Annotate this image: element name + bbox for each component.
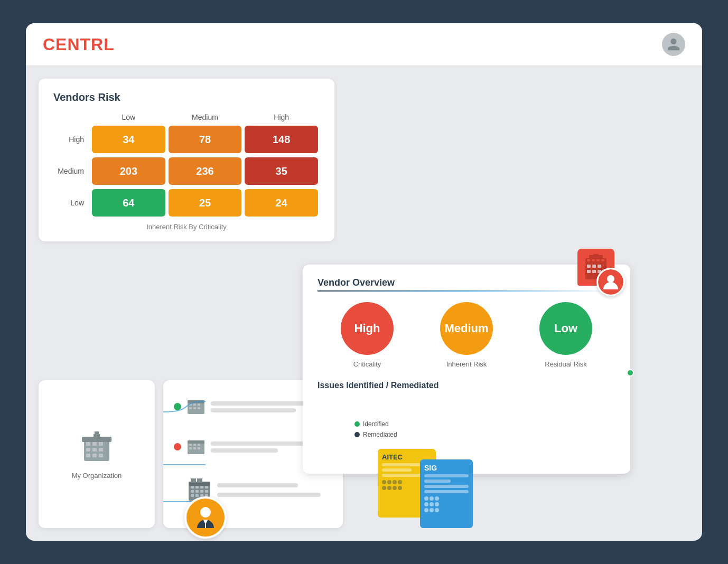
vendor-overview-card: Vendor Overview High Criticality Medium … bbox=[303, 265, 630, 474]
cell-low-low: 64 bbox=[92, 189, 165, 217]
table-row: High 34 78 148 bbox=[53, 126, 320, 153]
aitec-dot bbox=[387, 486, 391, 490]
svg-rect-56 bbox=[205, 490, 208, 493]
sig-card: SIG bbox=[420, 459, 473, 528]
info-line bbox=[211, 441, 308, 446]
table-row: Medium 203 236 35 bbox=[53, 157, 320, 185]
sig-dot bbox=[424, 502, 428, 506]
cell-med-medium: 236 bbox=[169, 157, 242, 185]
status-dot-green bbox=[174, 403, 181, 410]
cell-high-medium: 78 bbox=[169, 126, 242, 153]
residual-risk-label: Residual Risk bbox=[545, 360, 586, 368]
sig-title: SIG bbox=[424, 464, 469, 472]
aitec-dot bbox=[393, 480, 397, 484]
svg-rect-18 bbox=[86, 442, 90, 446]
svg-rect-12 bbox=[589, 255, 593, 259]
issues-section: Issues Identified / Remediated Identifie… bbox=[318, 381, 615, 461]
svg-rect-20 bbox=[99, 442, 103, 446]
svg-rect-27 bbox=[94, 434, 100, 438]
svg-rect-39 bbox=[189, 444, 192, 446]
svg-rect-54 bbox=[195, 490, 199, 493]
aitec-dot bbox=[382, 480, 386, 484]
svg-rect-4 bbox=[596, 259, 600, 261]
svg-rect-21 bbox=[86, 448, 90, 452]
sig-dots-2 bbox=[424, 502, 469, 506]
criticality-item: High Criticality bbox=[341, 302, 394, 368]
svg-rect-44 bbox=[198, 447, 200, 449]
svg-rect-24 bbox=[86, 454, 90, 457]
aitec-line bbox=[382, 468, 412, 472]
criticality-circle: High bbox=[341, 302, 394, 355]
sig-dots-3 bbox=[424, 508, 469, 512]
svg-rect-22 bbox=[92, 448, 97, 452]
table-row: Low 64 25 24 bbox=[53, 189, 320, 217]
user-avatar[interactable] bbox=[662, 33, 685, 56]
svg-rect-57 bbox=[191, 494, 194, 497]
legend-identified-label: Identified bbox=[363, 420, 389, 428]
person-icon bbox=[601, 272, 620, 292]
legend-remediated-label: Remediated bbox=[363, 431, 397, 438]
svg-rect-7 bbox=[592, 265, 596, 268]
app-logo: CENTRL bbox=[43, 35, 115, 54]
legend-identified: Identified bbox=[354, 420, 397, 428]
inherent-risk-label: Inherent Risk bbox=[446, 360, 487, 368]
header: CENTRL bbox=[26, 23, 702, 66]
cell-high-high: 148 bbox=[245, 126, 318, 153]
svg-rect-55 bbox=[200, 490, 203, 493]
svg-rect-41 bbox=[198, 444, 200, 446]
svg-rect-32 bbox=[193, 403, 196, 406]
sig-line bbox=[424, 490, 469, 493]
sig-dot bbox=[430, 496, 434, 501]
bar-chart bbox=[318, 398, 346, 461]
sig-dot bbox=[435, 502, 439, 506]
svg-rect-48 bbox=[197, 478, 202, 483]
svg-rect-35 bbox=[193, 407, 196, 409]
sig-line bbox=[424, 480, 451, 483]
cell-med-low: 203 bbox=[92, 157, 165, 185]
vendor-overview-title: Vendor Overview bbox=[318, 277, 615, 288]
risk-table-header: Low Medium High bbox=[90, 113, 320, 121]
col-medium: Medium bbox=[167, 113, 244, 121]
vendor-building-wrap bbox=[577, 249, 614, 286]
legend-remediated-dot bbox=[354, 432, 360, 437]
svg-rect-51 bbox=[200, 486, 203, 488]
status-dot-red bbox=[174, 443, 181, 450]
aitec-dot bbox=[398, 480, 402, 484]
col-low: Low bbox=[90, 113, 167, 121]
svg-rect-23 bbox=[99, 448, 103, 452]
row-label-low: Low bbox=[53, 199, 90, 207]
svg-rect-36 bbox=[198, 407, 200, 409]
svg-rect-5 bbox=[601, 259, 604, 261]
svg-rect-53 bbox=[191, 490, 194, 493]
col-high: High bbox=[243, 113, 320, 121]
chart-legend: Identified Remediated bbox=[354, 420, 397, 438]
small-building-1 bbox=[186, 396, 206, 417]
legend-identified-dot bbox=[354, 421, 360, 427]
svg-rect-49 bbox=[191, 486, 194, 488]
svg-rect-28 bbox=[95, 431, 99, 435]
sig-dot bbox=[430, 508, 434, 512]
org-label: My Organization bbox=[72, 472, 122, 480]
info-line bbox=[211, 408, 296, 412]
row-label-medium: Medium bbox=[53, 167, 90, 175]
risk-circles: High Criticality Medium Inherent Risk Lo… bbox=[318, 302, 615, 368]
vendor-overview-divider bbox=[318, 290, 615, 292]
vendor-person-avatar bbox=[596, 268, 625, 296]
svg-rect-6 bbox=[587, 265, 591, 268]
cell-med-high: 35 bbox=[245, 157, 318, 185]
legend-remediated: Remediated bbox=[354, 431, 397, 438]
svg-rect-34 bbox=[189, 407, 192, 409]
sig-lines bbox=[424, 474, 469, 493]
risk-table: Low Medium High High 34 78 148 Medium bbox=[53, 113, 320, 217]
svg-rect-14 bbox=[593, 254, 599, 259]
issues-title: Issues Identified / Remediated bbox=[318, 381, 615, 390]
sig-dots bbox=[424, 496, 469, 501]
svg-rect-52 bbox=[205, 486, 208, 488]
aitec-dot bbox=[382, 486, 386, 490]
svg-point-61 bbox=[200, 507, 211, 518]
inherent-risk-item: Medium Inherent Risk bbox=[440, 302, 493, 368]
main-content: Vendors Risk Low Medium High High 34 78 … bbox=[26, 66, 702, 541]
vendors-risk-title: Vendors Risk bbox=[53, 91, 320, 104]
svg-rect-43 bbox=[193, 447, 196, 449]
sig-dot bbox=[424, 496, 428, 501]
